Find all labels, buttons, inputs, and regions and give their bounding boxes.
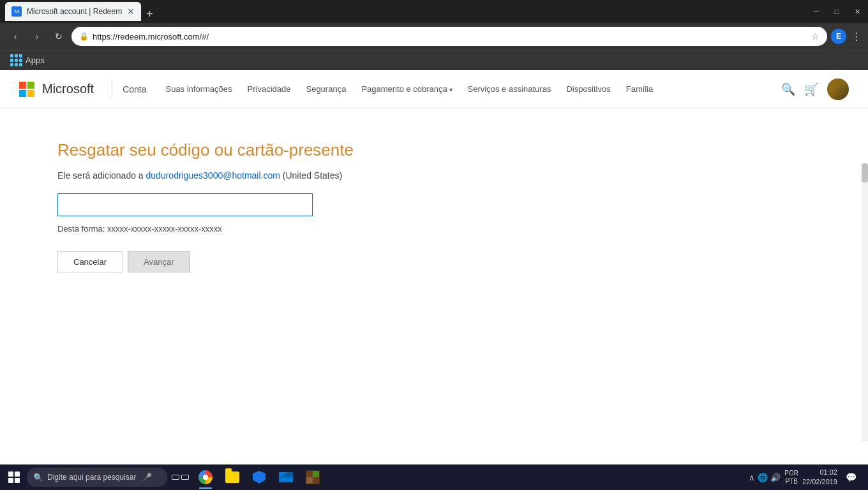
nav-seguranca[interactable]: Segurança xyxy=(306,84,346,94)
profile-button[interactable]: E xyxy=(831,29,846,44)
main-redeem-content: Resgatar seu código ou cartão-presente E… xyxy=(0,108,574,304)
page-title: Resgatar seu código ou cartão-presente xyxy=(57,140,517,160)
nav-pagamento[interactable]: Pagamento e cobrança xyxy=(361,84,452,94)
ms-logo-grid xyxy=(19,82,34,97)
subtitle-prefix: Ele será adicionado a xyxy=(57,170,146,181)
nav-user-avatar[interactable] xyxy=(827,78,849,100)
active-tab[interactable]: M Microsoft account | Redeem ✕ xyxy=(5,2,141,21)
apps-bookmark-button[interactable]: Apps xyxy=(6,53,49,68)
back-button[interactable]: ‹ xyxy=(6,27,24,45)
nav-servicos[interactable]: Serviços e assinaturas xyxy=(468,84,551,94)
nav-dispositivos[interactable]: Dispositivos xyxy=(566,84,610,94)
url-text: https://redeem.microsoft.com/#/ xyxy=(93,32,807,41)
nav-privacidade[interactable]: Privacidade xyxy=(248,84,291,94)
bookmarks-bar: Apps xyxy=(0,50,868,70)
cancel-button[interactable]: Cancelar xyxy=(57,251,123,272)
format-value: xxxxx-xxxxx-xxxxx-xxxxx-xxxxx xyxy=(107,224,222,234)
subtitle: Ele será adicionado a dudurodrigues3000@… xyxy=(57,170,517,181)
nav-conta-label: Conta xyxy=(123,84,146,94)
ms-logo-text: Microsoft xyxy=(42,82,94,96)
tab-title: Microsoft account | Redeem xyxy=(27,7,122,16)
close-button[interactable]: ✕ xyxy=(851,8,863,16)
new-tab-button[interactable]: + xyxy=(141,8,158,21)
ms-navigation: Microsoft Conta Suas informações Privaci… xyxy=(0,70,868,108)
forward-button[interactable]: › xyxy=(28,27,46,45)
address-bar-right: E ⋮ xyxy=(831,29,862,44)
nav-links: Suas informações Privacidade Segurança P… xyxy=(165,84,781,94)
menu-button[interactable]: ⋮ xyxy=(851,31,862,43)
tab-bar: M Microsoft account | Redeem ✕ + xyxy=(5,2,805,21)
nav-search-icon[interactable]: 🔍 xyxy=(781,82,795,96)
scrollbar-track[interactable] xyxy=(862,163,868,442)
subtitle-email[interactable]: dudurodrigues3000@hotmail.com xyxy=(146,170,280,181)
ms-logo-red xyxy=(19,82,26,89)
subtitle-suffix: (United States) xyxy=(280,170,342,181)
window-controls: ─ □ ✕ xyxy=(811,8,863,16)
nav-divider xyxy=(112,80,112,98)
nav-suas-informacoes[interactable]: Suas informações xyxy=(165,84,232,94)
browser-titlebar: M Microsoft account | Redeem ✕ + ─ □ ✕ xyxy=(0,0,868,23)
apps-grid-icon xyxy=(10,54,22,66)
nav-cart-icon[interactable]: 🛒 xyxy=(804,82,818,96)
tab-close-button[interactable]: ✕ xyxy=(127,6,135,17)
nav-familia[interactable]: Família xyxy=(626,84,654,94)
code-input[interactable] xyxy=(57,193,313,216)
url-bar[interactable]: 🔒 https://redeem.microsoft.com/#/ ☆ xyxy=(71,27,827,46)
ms-logo-yellow xyxy=(27,90,34,97)
nav-right: 🔍 🛒 xyxy=(781,78,849,100)
apps-label: Apps xyxy=(26,56,45,65)
refresh-button[interactable]: ↻ xyxy=(50,27,68,45)
format-hint: Desta forma: xxxxx-xxxxx-xxxxx-xxxxx-xxx… xyxy=(57,224,517,234)
ms-logo[interactable]: Microsoft xyxy=(19,82,94,97)
ms-logo-green xyxy=(27,82,34,89)
address-bar: ‹ › ↻ 🔒 https://redeem.microsoft.com/#/ … xyxy=(0,23,868,50)
minimize-button[interactable]: ─ xyxy=(811,8,822,15)
maximize-button[interactable]: □ xyxy=(831,8,842,15)
ms-logo-blue xyxy=(19,90,26,97)
button-row: Cancelar Avançar xyxy=(57,251,517,272)
bookmark-star-icon[interactable]: ☆ xyxy=(811,31,819,41)
next-button[interactable]: Avançar xyxy=(128,251,190,272)
tab-favicon: M xyxy=(11,6,22,17)
page-content: Microsoft Conta Suas informações Privaci… xyxy=(0,70,868,442)
format-label: Desta forma: xyxy=(57,224,107,234)
lock-icon: 🔒 xyxy=(79,32,89,41)
scrollbar-thumb[interactable] xyxy=(862,163,868,182)
